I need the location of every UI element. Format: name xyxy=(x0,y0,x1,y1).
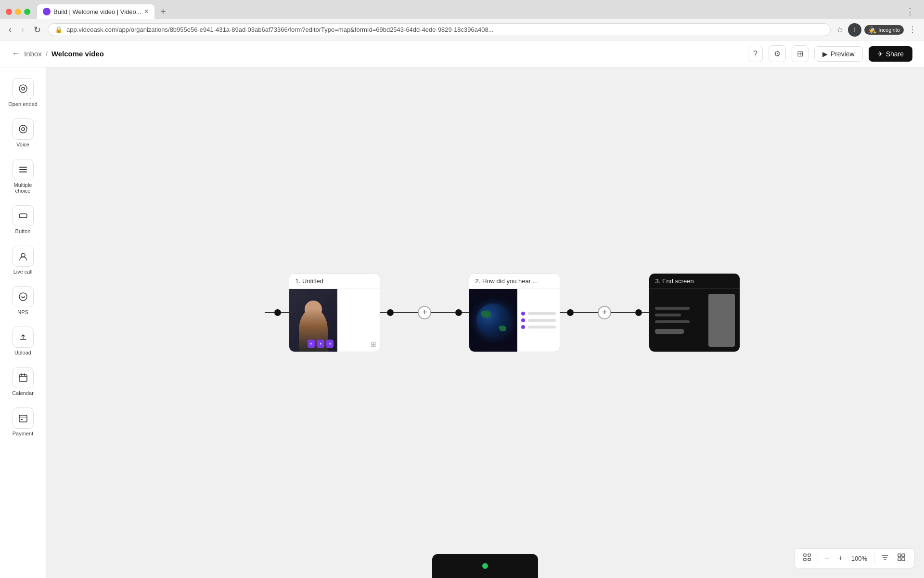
flow-node-1[interactable]: 1. Untitled ▪ ▪ ▪ xyxy=(289,273,380,352)
svg-rect-4 xyxy=(19,167,27,168)
sidebar-item-nps[interactable]: NPS xyxy=(4,281,42,320)
browser-options-btn[interactable]: ⋮ xyxy=(907,23,918,36)
calendar-icon xyxy=(13,367,34,388)
preview-btn[interactable]: ▶ Preview xyxy=(814,46,863,62)
sidebar-item-multiple-choice[interactable]: Multiple choice xyxy=(4,154,42,198)
add-node-btn-1[interactable]: + xyxy=(418,306,431,319)
sidebar-item-button[interactable]: Button xyxy=(4,200,42,239)
fit-btn[interactable] xyxy=(801,552,813,565)
conn-line-2c xyxy=(431,312,455,313)
conn-dot-1 xyxy=(274,309,281,316)
app-body: Open ended Voice Multiple choice Button xyxy=(0,67,924,578)
active-tab[interactable]: Build | Welcome video | Video... × xyxy=(37,4,154,19)
node-card-2: 2. How did you hear ... xyxy=(469,273,560,352)
end-line-3 xyxy=(655,320,689,323)
conn-line-3d xyxy=(642,312,649,313)
layout-btn[interactable]: ⊞ xyxy=(792,45,808,62)
zoom-in-btn[interactable]: + xyxy=(836,552,844,565)
share-icon: ✈ xyxy=(877,50,883,58)
end-btn-area xyxy=(655,329,698,334)
tab-title: Build | Welcome video | Video... xyxy=(53,8,141,15)
svg-rect-23 xyxy=(902,558,905,561)
flow-node-2[interactable]: 2. How did you hear ... xyxy=(469,273,560,352)
settings-btn[interactable]: ⚙ xyxy=(769,45,786,62)
sidebar-item-open-ended[interactable]: Open ended xyxy=(4,73,42,112)
svg-rect-19 xyxy=(808,558,810,561)
earth-land-2 xyxy=(499,326,506,331)
zoom-out-btn[interactable]: − xyxy=(823,552,831,565)
window-maximize[interactable] xyxy=(24,9,30,15)
choice-line-3 xyxy=(528,326,556,328)
node-2-title: 2. How did you hear ... xyxy=(475,277,538,285)
help-icon: ? xyxy=(753,50,757,58)
tab-close-btn[interactable]: × xyxy=(144,7,149,16)
choice-item-1 xyxy=(521,312,556,315)
svg-point-3 xyxy=(22,128,25,131)
list-icon xyxy=(898,553,905,561)
back-btn[interactable]: ← xyxy=(12,49,20,59)
node-3-header: 3. End screen xyxy=(649,274,740,289)
payment-label: Payment xyxy=(13,431,33,436)
flow-node-3[interactable]: 3. End screen xyxy=(649,273,740,352)
upload-label: Upload xyxy=(14,350,31,355)
sidebar-item-voice[interactable]: Voice xyxy=(4,114,42,152)
sidebar-item-upload[interactable]: Upload xyxy=(4,322,42,360)
earth-thumbnail xyxy=(469,289,517,352)
tab-favicon xyxy=(43,8,51,15)
forward-nav-btn[interactable]: › xyxy=(18,23,27,37)
reload-btn[interactable]: ↻ xyxy=(31,23,44,37)
ctrl-mic: ▪ xyxy=(317,340,324,348)
incognito-badge: 🕵 Incognito xyxy=(864,25,904,35)
svg-point-1 xyxy=(22,87,25,90)
preview-label: Preview xyxy=(831,50,855,58)
conn-line-2d xyxy=(462,312,469,313)
conn-line-2b xyxy=(394,312,418,313)
window-close[interactable] xyxy=(6,9,12,15)
add-node-btn-2[interactable]: + xyxy=(598,306,611,319)
end-thumbnail xyxy=(708,294,735,347)
open-ended-icon xyxy=(13,78,34,99)
sidebar-item-calendar[interactable]: Calendar xyxy=(4,362,42,401)
button-icon xyxy=(13,205,34,226)
connector-1-2: + xyxy=(380,306,469,319)
upload-icon xyxy=(13,327,34,348)
nps-icon xyxy=(13,286,34,307)
toolbar-divider-2 xyxy=(874,553,874,563)
choice-line-1 xyxy=(528,312,556,315)
share-btn[interactable]: ✈ Share xyxy=(869,46,912,62)
record-indicator xyxy=(482,563,488,569)
end-line-1 xyxy=(655,307,689,310)
conn-dot-3 xyxy=(455,309,462,316)
sidebar-item-payment[interactable]: Payment xyxy=(4,403,42,441)
svg-point-0 xyxy=(19,85,27,92)
window-minimize[interactable] xyxy=(15,9,21,15)
new-tab-btn[interactable]: + xyxy=(156,4,170,19)
breadcrumb-inbox[interactable]: Inbox xyxy=(24,50,42,58)
profile-btn[interactable]: I xyxy=(848,23,861,37)
sidebar-item-live-call[interactable]: Live call xyxy=(4,241,42,279)
svg-rect-12 xyxy=(19,375,27,381)
address-bar[interactable]: 🔒 app.videoask.com/app/organizations/8b9… xyxy=(48,23,831,36)
list-view-btn[interactable] xyxy=(896,552,907,565)
svg-rect-22 xyxy=(898,558,901,561)
back-nav-btn[interactable]: ‹ xyxy=(6,23,14,37)
settings-icon: ⚙ xyxy=(774,50,781,58)
tab-bar: Build | Welcome video | Video... × + ⋮ xyxy=(0,0,924,19)
svg-rect-18 xyxy=(804,558,806,561)
browser-menu-btn[interactable]: ⋮ xyxy=(902,4,918,19)
bookmark-btn[interactable]: ☆ xyxy=(834,23,845,36)
choice-list xyxy=(517,289,560,352)
svg-rect-21 xyxy=(902,554,905,557)
filter-btn[interactable] xyxy=(879,552,891,565)
choice-dot-2 xyxy=(521,318,525,322)
record-bar[interactable] xyxy=(432,554,538,578)
conn-line-1b xyxy=(281,312,289,313)
video-controls-1: ▪ ▪ ▪ xyxy=(308,340,334,348)
node-1-copy-icon[interactable]: ⊞ xyxy=(371,341,376,348)
node-3-title: 3. End screen xyxy=(655,277,693,285)
help-btn[interactable]: ? xyxy=(748,46,763,62)
canvas[interactable]: 1. Untitled ▪ ▪ ▪ xyxy=(46,67,924,578)
choice-item-2 xyxy=(521,318,556,322)
svg-rect-20 xyxy=(898,554,901,557)
nps-label: NPS xyxy=(17,309,28,315)
